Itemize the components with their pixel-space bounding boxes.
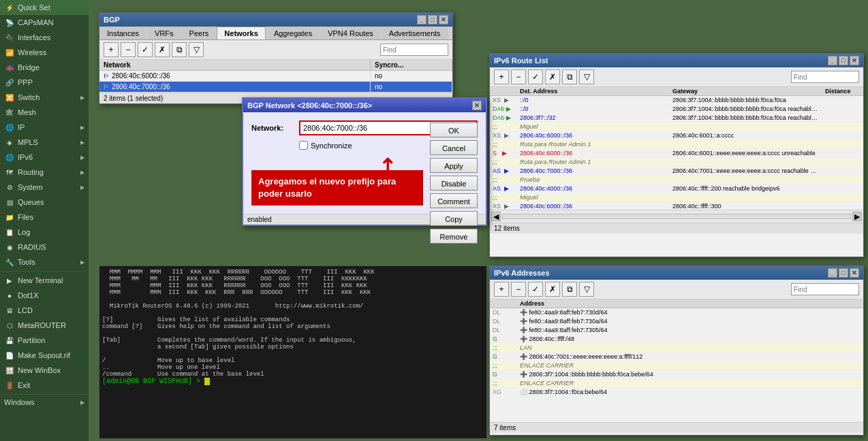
- ipv6-titlebar[interactable]: IPv6 Route List _ □ ✕: [490, 54, 863, 67]
- ipv6-row-1[interactable]: DAb ▶ ::/0 2806:3f7:1004::bbbb:bbbb:bbbb…: [490, 105, 863, 114]
- cancel-btn[interactable]: ✗: [155, 42, 170, 57]
- sidebar-item-tools[interactable]: 🔧 Tools: [0, 255, 89, 270]
- addr-row-6[interactable]: XG ⬜ 2806:3f7:1004::f0ca:bebe/64: [490, 388, 863, 397]
- ipv6-remove-btn[interactable]: −: [511, 69, 526, 84]
- cancel-button[interactable]: Cancel: [430, 140, 478, 155]
- sidebar-item-metarouter[interactable]: ⬡ MetaROUTER: [0, 318, 89, 333]
- sidebar-item-radius[interactable]: ◉ RADIUS: [0, 240, 89, 255]
- disable-button[interactable]: Disable: [430, 176, 478, 191]
- tab-vrfs[interactable]: VRFs: [147, 27, 181, 39]
- terminal[interactable]: MMM MMMM MMM III KKK KKK RRRRRR OOOOOO T…: [99, 265, 487, 439]
- ipv6-row-5[interactable]: AS ▶ 2806:40c:7000::/36 2806:40c:7001::e…: [490, 167, 863, 176]
- sidebar-item-ipv6[interactable]: 🌐 IPv6: [0, 150, 89, 165]
- addr-search-input[interactable]: [791, 283, 859, 295]
- sidebar-item-new-terminal[interactable]: ▶ New Terminal: [0, 273, 89, 288]
- sidebar-item-ip[interactable]: 🌐 IP: [0, 120, 89, 135]
- apply-button[interactable]: Apply: [430, 158, 478, 173]
- ipv6-row-7[interactable]: XS ▶ 2806:40c:6000::/36 2806:40c::ffff::…: [490, 202, 863, 210]
- addr-row-2[interactable]: DL ➕ fe80::4aa9:8aff:feb7:7305/64: [490, 326, 863, 335]
- ipv6-dist-6: [822, 184, 863, 193]
- ipv6-row-4[interactable]: S ▶ 2806:40c:6000::/36 2806:40c:6001::ee…: [490, 149, 863, 158]
- tab-advertisements[interactable]: Advertisements: [382, 27, 448, 39]
- sidebar-item-ppp[interactable]: 🔗 PPP: [0, 75, 89, 90]
- addr-copy-btn[interactable]: ⧉: [562, 282, 577, 297]
- sidebar-item-partition[interactable]: 💾 Partition: [0, 333, 89, 348]
- tab-vpn4routes[interactable]: VPN4 Routes: [320, 27, 381, 39]
- ipv6-icon: 🌐: [4, 152, 15, 163]
- sidebar-item-dot1x[interactable]: ● Dot1X: [0, 288, 89, 303]
- ipv6-add-btn[interactable]: +: [494, 69, 509, 84]
- sidebar-item-quickset[interactable]: ⚡ Quick Set: [0, 0, 89, 15]
- copy-dialog-button[interactable]: Copy: [430, 211, 478, 226]
- addr-filter-btn[interactable]: ▽: [579, 282, 594, 297]
- sidebar-item-interfaces[interactable]: 🔌 Interfaces: [0, 30, 89, 45]
- sidebar-item-lcd[interactable]: 🖥 LCD: [0, 303, 89, 318]
- addr-minimize-btn[interactable]: _: [828, 268, 837, 278]
- addr-row-0[interactable]: DL ➕ fe80::4aa9:8aff:feb7:730d/64: [490, 308, 863, 317]
- addr-x-btn[interactable]: ✗: [545, 282, 560, 297]
- sidebar-item-bridge[interactable]: 🌉 Bridge: [0, 60, 89, 75]
- addr-add-btn[interactable]: +: [494, 282, 509, 297]
- tab-instances[interactable]: Instances: [99, 27, 146, 39]
- ipv6-row-2[interactable]: DAb ▶ 2806:3f7::/32 2806:3f7:1004::bbbb:…: [490, 114, 863, 122]
- addr-titlebar[interactable]: IPv6 Addresses _ □ ✕: [490, 266, 863, 280]
- check-btn[interactable]: ✓: [138, 42, 153, 57]
- addr-row-1[interactable]: DL ➕ fe80::4aa9:8aff:feb7:730a/64: [490, 317, 863, 326]
- bgp-minimize-btn[interactable]: _: [417, 15, 427, 24]
- bgp-maximize-btn[interactable]: □: [428, 15, 437, 24]
- sidebar-item-exit[interactable]: 🚪 Exit: [0, 378, 89, 393]
- tab-peers[interactable]: Peers: [182, 27, 217, 39]
- ipv6-search-input[interactable]: [791, 71, 859, 83]
- sidebar-item-capsman[interactable]: 📡 CAPsMAN: [0, 15, 89, 30]
- ipv6-row-6[interactable]: AS ▶ 2806:40c:4000::/36 2806:40c::ffff::…: [490, 184, 863, 193]
- tab-aggregates[interactable]: Aggregates: [266, 27, 320, 39]
- addr-row-4[interactable]: G ➕ 2806:40c:7001::eeee:eeee:eeee:a:ffff…: [490, 353, 863, 361]
- remove-btn[interactable]: −: [121, 42, 136, 57]
- addr-row-3[interactable]: G ➕ 2806:40c::ffff:/48: [490, 335, 863, 344]
- ipv6-check-btn[interactable]: ✓: [528, 69, 543, 84]
- bgp-row-1[interactable]: 🏳 2806:40c:7000::/36 no: [99, 82, 452, 93]
- ipv6-maximize-btn[interactable]: □: [839, 56, 848, 65]
- sidebar-item-files[interactable]: 📁 Files: [0, 210, 89, 225]
- ipv6-minimize-btn[interactable]: _: [828, 56, 837, 65]
- sidebar-item-mpls[interactable]: ◈ MPLS: [0, 135, 89, 150]
- sidebar-item-queues[interactable]: ▤ Queues: [0, 195, 89, 210]
- comment-button[interactable]: Comment: [430, 193, 478, 208]
- bgp-dialog-titlebar[interactable]: BGP Network <2806:40c:7000::/36> ✕: [243, 99, 486, 112]
- bgp-search-input[interactable]: [380, 44, 448, 56]
- ipv6-scrollbar[interactable]: [502, 214, 851, 219]
- bgp-row-0[interactable]: 🏳 2806:40c:6000::/36 no: [99, 71, 452, 82]
- addr-row-5[interactable]: G ➕ 2806:3f7:1004::bbbb:bbbb:bbbb:f0ca:b…: [490, 370, 863, 379]
- ipv6-scroll-left[interactable]: ◀: [491, 212, 501, 221]
- sidebar-item-new-winbox[interactable]: 🪟 New WinBox: [0, 363, 89, 378]
- ipv6-scroll-right[interactable]: ▶: [852, 212, 862, 221]
- synchronize-checkbox[interactable]: [299, 141, 308, 150]
- ipv6-row-0[interactable]: XS ▶ ::/0 2806:3f7:1004::bbbb:bbbb:bbbb:…: [490, 96, 863, 105]
- addr-maximize-btn[interactable]: □: [839, 268, 848, 278]
- sidebar-item-mesh[interactable]: 🕸 Mesh: [0, 105, 89, 120]
- ipv6-filter-btn[interactable]: ▽: [579, 69, 594, 84]
- ok-button[interactable]: OK: [430, 122, 478, 137]
- add-btn[interactable]: +: [104, 42, 119, 57]
- bgp-close-btn[interactable]: ✕: [439, 15, 448, 24]
- sidebar-item-log[interactable]: 📋 Log: [0, 225, 89, 240]
- addr-close-btn[interactable]: ✕: [850, 268, 859, 278]
- ipv6-close-btn[interactable]: ✕: [850, 56, 859, 65]
- sidebar-item-make-supout[interactable]: 📄 Make Supout.rif: [0, 348, 89, 363]
- ipv6-copy-btn[interactable]: ⧉: [562, 69, 577, 84]
- sidebar-item-windows[interactable]: Windows: [0, 396, 89, 408]
- remove-dialog-button[interactable]: Remove: [430, 229, 478, 244]
- ipv6-row-3[interactable]: XS ▶ 2806:40c:6000::/36 2806:40c:6001::a…: [490, 131, 863, 140]
- dialog-close-btn[interactable]: ✕: [472, 101, 482, 110]
- addr-check-btn[interactable]: ✓: [528, 282, 543, 297]
- sidebar-item-switch[interactable]: 🔀 Switch: [0, 90, 89, 105]
- sidebar-item-wireless[interactable]: 📶 Wireless: [0, 45, 89, 60]
- filter-btn[interactable]: ▽: [189, 42, 204, 57]
- bgp-titlebar[interactable]: BGP _ □ ✕: [99, 13, 452, 27]
- copy-btn[interactable]: ⧉: [172, 42, 187, 57]
- sidebar-item-system[interactable]: ⚙ System: [0, 180, 89, 195]
- sidebar-item-routing[interactable]: 🗺 Routing: [0, 165, 89, 180]
- ipv6-x-btn[interactable]: ✗: [545, 69, 560, 84]
- addr-remove-btn[interactable]: −: [511, 282, 526, 297]
- tab-networks[interactable]: Networks: [217, 27, 266, 39]
